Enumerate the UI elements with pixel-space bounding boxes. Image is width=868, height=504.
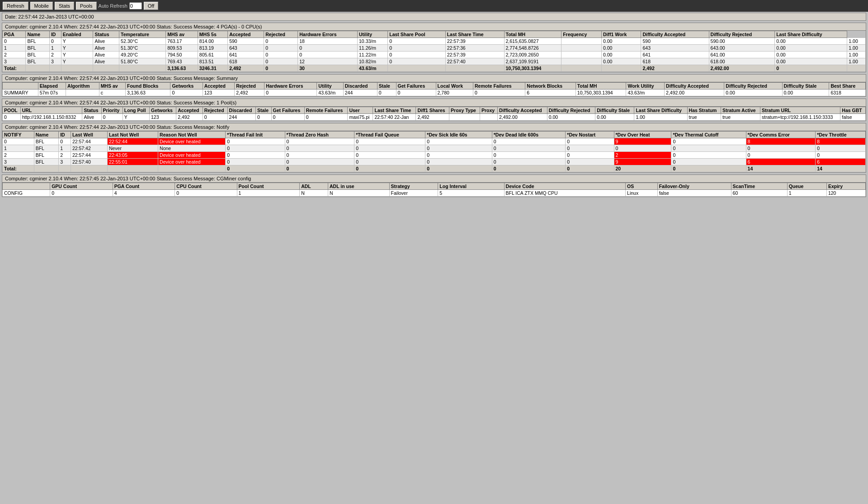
col-header: Algorithm	[66, 83, 99, 89]
col-header: Has GBT	[840, 107, 866, 114]
table-cell: 9	[614, 138, 671, 145]
total-cell	[71, 165, 107, 172]
table-cell: 0.00	[601, 58, 641, 65]
table-cell: 0	[264, 38, 298, 45]
table-cell: 22:57:44	[71, 138, 107, 145]
table-cell: true	[687, 114, 721, 121]
total-cell: 30	[298, 65, 358, 72]
total-cell: 0	[354, 165, 425, 172]
table-cell: BFL	[26, 38, 50, 45]
table-cell: 2,723,009.2650	[504, 52, 561, 58]
table-cell: 0.00	[547, 114, 595, 121]
col-header: Difficulty Accepted	[665, 83, 724, 89]
table-cell: 0	[264, 52, 298, 58]
table-cell: c	[99, 89, 125, 96]
total-cell: 20	[614, 165, 671, 172]
stats-button[interactable]: Stats	[55, 2, 74, 10]
table-cell: Never	[107, 145, 158, 152]
col-header: POOL	[3, 107, 21, 114]
table-cell: 0	[298, 45, 358, 52]
table-cell: 6	[816, 159, 866, 165]
col-header: Difficulty Rejected	[547, 107, 595, 114]
table-cell: 0	[377, 89, 396, 96]
total-row: Total:0000002001414	[3, 165, 866, 172]
col-header	[3, 183, 50, 190]
col-header: Pool Count	[237, 183, 300, 190]
col-header: Accepted	[228, 31, 264, 38]
pga-section: Computer: cgminer 2.10.4 When: 22:57:44 …	[2, 23, 866, 72]
total-cell	[107, 165, 158, 172]
table-cell: 2	[3, 52, 26, 58]
col-header: Discarded	[343, 83, 377, 89]
col-header: Best Share	[829, 83, 866, 89]
col-header: Priority	[101, 107, 123, 114]
table-cell: Failover	[389, 190, 438, 197]
off-button[interactable]: Off	[144, 2, 158, 10]
table-cell: 2,492.00	[665, 89, 724, 96]
col-header: Utility	[358, 31, 388, 38]
total-cell: 0	[425, 165, 492, 172]
col-header: Last Well	[71, 132, 107, 138]
col-header: Diff1 Work	[601, 31, 641, 38]
col-header: Local Work	[436, 83, 473, 89]
table-cell: 22:55:01	[107, 159, 158, 165]
mobile-button[interactable]: Mobile	[30, 2, 53, 10]
table-row: 3BFL3YAlive51.80°C769.43813.5161801210.8…	[3, 58, 866, 65]
table-cell: 809.53	[166, 45, 198, 52]
table-cell: 0	[396, 89, 436, 96]
table-cell: Y	[61, 58, 93, 65]
table-cell: N	[300, 190, 328, 197]
refresh-button[interactable]: Refresh	[3, 2, 28, 10]
table-cell: 641	[228, 52, 264, 58]
total-cell: 0	[264, 65, 298, 72]
table-cell: 0	[425, 152, 492, 159]
table-cell: 641	[641, 52, 709, 58]
table-cell: BFL ICA ZTX MMQ CPU	[504, 190, 626, 197]
table-cell: 0	[226, 159, 285, 165]
table-cell: 22:57:36	[445, 45, 504, 52]
table-row: 0BFL0YAlive52.30°C763.17814.0059001810.3…	[3, 38, 866, 45]
table-cell: Y	[123, 114, 149, 121]
table-cell: 2,492	[235, 89, 264, 96]
table-cell: 0	[298, 52, 358, 58]
table-cell: 0	[255, 114, 271, 121]
pools-button[interactable]: Pools	[76, 2, 97, 10]
total-cell: 0	[492, 165, 566, 172]
total-cell: 14	[816, 165, 866, 172]
table-cell: 643	[641, 45, 709, 52]
total-cell	[34, 165, 59, 172]
table-cell: 2,780	[436, 89, 473, 96]
table-cell: 0	[226, 145, 285, 152]
table-cell: 22:57:39	[445, 38, 504, 45]
table-cell: 49.20°C	[119, 52, 166, 58]
col-header: Difficulty Rejected	[709, 31, 775, 38]
table-cell: 10,750,303.1394	[576, 89, 626, 96]
col-header: ID	[49, 31, 61, 38]
table-cell: 641.00	[709, 52, 775, 58]
total-cell	[601, 65, 641, 72]
table-cell: 5	[438, 190, 504, 197]
table-cell: None	[158, 145, 226, 152]
col-header: NOTIFY	[3, 132, 34, 138]
table-cell: 618.00	[709, 58, 775, 65]
table-cell: 22:57:39	[445, 52, 504, 58]
table-cell: 43.63/m	[626, 89, 665, 96]
col-header: Status	[93, 31, 119, 38]
col-header: MHS av	[166, 31, 198, 38]
auto-refresh-input[interactable]	[129, 2, 142, 9]
pool-table: POOLURLStatusPriorityLong PollGetworksAc…	[2, 107, 866, 121]
col-header: Stale	[255, 107, 271, 114]
table-cell: 1	[237, 190, 300, 197]
table-cell: 0	[354, 152, 425, 159]
total-cell: 0	[226, 165, 285, 172]
table-cell: 814.00	[198, 38, 227, 45]
table-cell: 0	[566, 152, 614, 159]
total-cell	[445, 65, 504, 72]
table-cell: 2	[614, 152, 671, 159]
table-cell: 244	[227, 114, 255, 121]
table-cell: 0	[50, 190, 113, 197]
total-cell	[61, 65, 93, 72]
table-cell: 805.61	[198, 52, 227, 58]
table-cell: 794.50	[166, 52, 198, 58]
col-header: Name	[34, 132, 59, 138]
